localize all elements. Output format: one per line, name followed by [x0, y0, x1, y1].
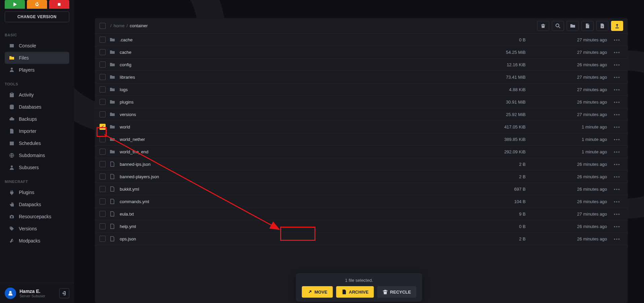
sidebar-item-players[interactable]: Players — [5, 64, 69, 76]
row-checkbox[interactable] — [100, 124, 106, 130]
row-checkbox[interactable] — [100, 136, 106, 142]
download-button[interactable] — [596, 21, 608, 31]
file-row[interactable]: libraries73.41 MiB27 minutes ago••• — [95, 71, 628, 83]
row-checkbox[interactable] — [100, 198, 106, 204]
sidebar-item-console[interactable]: Console — [5, 40, 69, 52]
import-icon — [9, 128, 15, 134]
globe-icon — [9, 153, 15, 158]
row-filename: eula.txt — [120, 212, 468, 217]
row-more-button[interactable]: ••• — [611, 199, 623, 204]
sidebar-item-datapacks[interactable]: Datapacks — [5, 198, 69, 211]
row-size: 30.91 MiB — [472, 100, 526, 105]
row-date: 27 minutes ago — [530, 75, 607, 80]
file-row[interactable]: world_the_end292.09 KiB1 minute ago••• — [95, 146, 628, 158]
move-button[interactable]: MOVE — [302, 286, 333, 298]
file-row[interactable]: .cache0 B27 minutes ago••• — [95, 34, 628, 46]
row-more-button[interactable]: ••• — [611, 112, 623, 117]
row-checkbox[interactable] — [100, 49, 106, 55]
new-file-button[interactable] — [581, 21, 594, 31]
row-more-button[interactable]: ••• — [611, 62, 623, 67]
logout-button[interactable] — [59, 288, 69, 298]
row-size: 4.88 KiB — [472, 87, 526, 92]
row-more-button[interactable]: ••• — [611, 236, 623, 241]
sidebar-item-importer[interactable]: Importer — [5, 125, 69, 137]
row-checkbox[interactable] — [100, 174, 106, 180]
restart-button[interactable] — [27, 0, 47, 9]
file-row[interactable]: commands.yml104 B26 minutes ago••• — [95, 195, 628, 208]
file-row[interactable]: eula.txt9 B27 minutes ago••• — [95, 208, 628, 220]
row-more-button[interactable]: ••• — [611, 174, 623, 179]
row-more-button[interactable]: ••• — [611, 37, 623, 42]
row-size: 697 B — [472, 187, 526, 192]
section-label-minecraft: MINECRAFT — [5, 180, 69, 184]
row-more-button[interactable]: ••• — [611, 75, 623, 80]
sidebar-item-subdomains[interactable]: Subdomains — [5, 149, 69, 161]
file-row[interactable]: versions25.92 MiB27 minutes ago••• — [95, 108, 628, 121]
row-more-button[interactable]: ••• — [611, 162, 623, 167]
row-checkbox[interactable] — [100, 86, 106, 92]
file-row[interactable]: config12.16 KiB26 minutes ago••• — [95, 59, 628, 71]
row-checkbox[interactable] — [100, 99, 106, 105]
archive-button[interactable]: ARCHIVE — [336, 286, 374, 298]
start-button[interactable] — [5, 0, 25, 9]
file-row[interactable]: help.yml0 B26 minutes ago••• — [95, 220, 628, 233]
row-checkbox[interactable] — [100, 211, 106, 217]
row-more-button[interactable]: ••• — [611, 224, 623, 229]
row-more-button[interactable]: ••• — [611, 50, 623, 55]
file-row[interactable]: ops.json2 B26 minutes ago••• — [95, 233, 628, 245]
sidebar-item-resourcepacks[interactable]: Resourcepacks — [5, 211, 69, 223]
new-folder-button[interactable] — [567, 21, 579, 31]
row-filename: world_the_end — [120, 149, 468, 154]
file-row[interactable]: world417.05 KiB1 minute ago••• — [95, 121, 628, 133]
row-checkbox[interactable] — [100, 62, 106, 68]
row-checkbox[interactable] — [100, 161, 106, 167]
sidebar-item-plugins[interactable]: Plugins — [5, 186, 69, 198]
row-more-button[interactable]: ••• — [611, 149, 623, 154]
row-checkbox[interactable] — [100, 149, 106, 155]
sidebar-item-databases[interactable]: Databases — [5, 101, 69, 113]
clipboard-icon — [9, 92, 15, 98]
row-more-button[interactable]: ••• — [611, 187, 623, 192]
server-controls: CHANGE VERSION — [0, 0, 74, 24]
row-filename: logs — [120, 87, 468, 92]
file-row[interactable]: world_nether389.85 KiB1 minute ago••• — [95, 133, 628, 146]
breadcrumb-home[interactable]: home — [114, 23, 125, 28]
file-row[interactable]: banned-ips.json2 B26 minutes ago••• — [95, 158, 628, 171]
change-version-button[interactable]: CHANGE VERSION — [5, 11, 69, 22]
row-checkbox[interactable] — [100, 186, 106, 192]
folder-icon — [110, 87, 116, 92]
sidebar-item-schedules[interactable]: Schedules — [5, 137, 69, 149]
row-checkbox[interactable] — [100, 111, 106, 117]
row-checkbox[interactable] — [100, 223, 106, 229]
recycle-button[interactable]: RECYCLE — [377, 286, 416, 298]
recycle-bin-button[interactable] — [537, 21, 549, 31]
select-all-checkbox[interactable] — [100, 23, 106, 29]
row-more-button[interactable]: ••• — [611, 87, 623, 92]
row-more-button[interactable]: ••• — [611, 124, 623, 129]
file-row[interactable]: logs4.88 KiB27 minutes ago••• — [95, 83, 628, 96]
avatar — [5, 288, 16, 299]
sidebar-item-modpacks[interactable]: Modpacks — [5, 235, 69, 247]
row-more-button[interactable]: ••• — [611, 137, 623, 142]
sidebar-item-subusers[interactable]: Subusers — [5, 161, 69, 174]
sidebar-item-activity[interactable]: Activity — [5, 89, 69, 101]
file-row[interactable]: banned-players.json2 B26 minutes ago••• — [95, 171, 628, 183]
upload-button[interactable] — [611, 21, 623, 31]
row-more-button[interactable]: ••• — [611, 212, 623, 217]
hand-icon — [9, 202, 15, 207]
file-list: .cache0 B27 minutes ago•••cache54.25 MiB… — [95, 34, 628, 303]
file-row[interactable]: cache54.25 MiB27 minutes ago••• — [95, 46, 628, 59]
search-button[interactable] — [552, 21, 564, 31]
file-row[interactable]: bukkit.yml697 B26 minutes ago••• — [95, 183, 628, 195]
row-checkbox[interactable] — [100, 74, 106, 80]
sidebar-item-versions[interactable]: Versions — [5, 223, 69, 235]
row-checkbox[interactable] — [100, 37, 106, 43]
sidebar-item-backups[interactable]: Backups — [5, 113, 69, 125]
file-icon — [110, 211, 116, 217]
stop-button[interactable] — [49, 0, 69, 9]
row-more-button[interactable]: ••• — [611, 100, 623, 105]
row-size: 73.41 MiB — [472, 75, 526, 80]
sidebar-item-files[interactable]: Files — [5, 52, 69, 64]
file-row[interactable]: plugins30.91 MiB26 minutes ago••• — [95, 96, 628, 108]
row-checkbox[interactable] — [100, 236, 106, 242]
